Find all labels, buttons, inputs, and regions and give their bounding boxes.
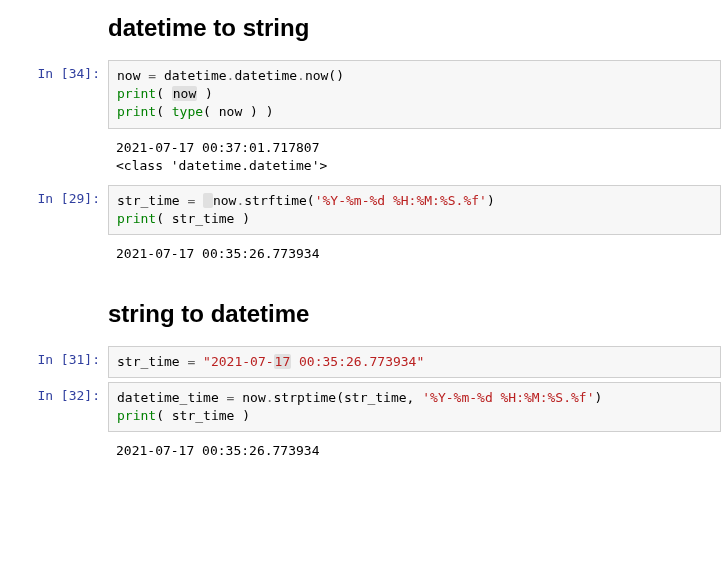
code-output-34: 2021-07-17 00:37:01.717807 <class 'datet…: [108, 133, 721, 181]
code-cell-34: In [34]: now = datetime.datetime.now() p…: [0, 60, 721, 129]
highlight-cursor: [203, 193, 213, 208]
highlight-now: now: [172, 86, 197, 101]
heading-string-to-datetime: string to datetime: [108, 300, 721, 328]
prompt-empty: [0, 436, 108, 442]
markdown-cell: datetime to string: [0, 4, 721, 56]
input-prompt-29: In [29]:: [0, 185, 108, 206]
prompt-empty: [0, 133, 108, 139]
highlight-date-fragment: 17: [274, 354, 292, 369]
code-output-29: 2021-07-17 00:35:26.773934: [108, 239, 721, 269]
code-output-32: 2021-07-17 00:35:26.773934: [108, 436, 721, 466]
output-cell-29: 2021-07-17 00:35:26.773934: [0, 239, 721, 269]
code-input-34[interactable]: now = datetime.datetime.now() print( now…: [108, 60, 721, 129]
markdown-cell: string to datetime: [0, 274, 721, 342]
code-input-31[interactable]: str_time = "2021-07-17 00:35:26.773934": [108, 346, 721, 378]
code-cell-29: In [29]: str_time = now.strftime('%Y-%m-…: [0, 185, 721, 235]
output-cell-34: 2021-07-17 00:37:01.717807 <class 'datet…: [0, 133, 721, 181]
code-input-32[interactable]: datetime_time = now.strptime(str_time, '…: [108, 382, 721, 432]
heading-datetime-to-string: datetime to string: [108, 14, 721, 42]
code-input-29[interactable]: str_time = now.strftime('%Y-%m-%d %H:%M:…: [108, 185, 721, 235]
input-prompt-32: In [32]:: [0, 382, 108, 403]
output-cell-32: 2021-07-17 00:35:26.773934: [0, 436, 721, 466]
code-cell-31: In [31]: str_time = "2021-07-17 00:35:26…: [0, 346, 721, 378]
input-prompt-34: In [34]:: [0, 60, 108, 81]
code-cell-32: In [32]: datetime_time = now.strptime(st…: [0, 382, 721, 432]
input-prompt-31: In [31]:: [0, 346, 108, 367]
prompt-empty: [0, 239, 108, 245]
